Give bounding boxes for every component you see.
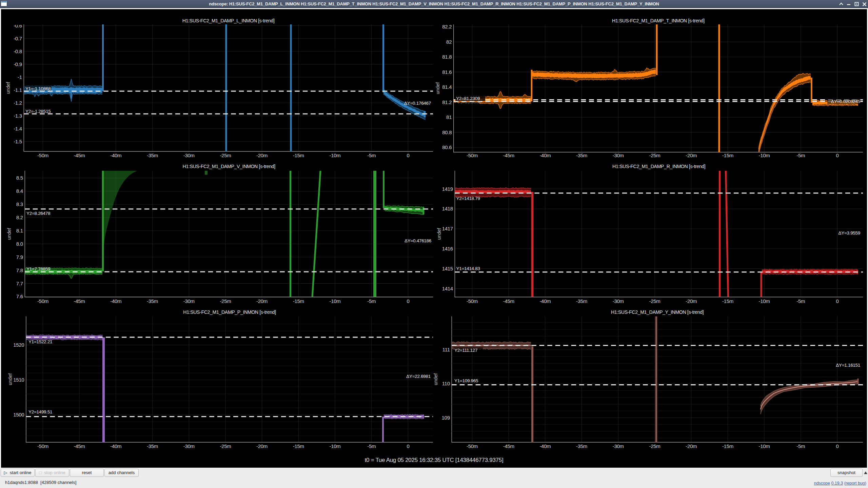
svg-text:undef: undef xyxy=(7,373,13,385)
svg-text:0: 0 xyxy=(407,298,409,304)
svg-text:-35m: -35m xyxy=(147,443,158,449)
svg-text:8.1: 8.1 xyxy=(16,228,23,233)
svg-text:1520: 1520 xyxy=(13,342,24,348)
svg-text:undef: undef xyxy=(5,82,11,94)
svg-text:Y1=1522.21: Y1=1522.21 xyxy=(28,339,52,344)
svg-text:-30m: -30m xyxy=(183,443,195,449)
svg-text:-1.2: -1.2 xyxy=(14,100,22,106)
svg-text:81.8: 81.8 xyxy=(442,54,452,60)
svg-text:-0.9: -0.9 xyxy=(14,61,22,67)
svg-text:Y2=1499.51: Y2=1499.51 xyxy=(28,409,52,414)
svg-text:-35m: -35m xyxy=(576,152,587,158)
svg-text:-35m: -35m xyxy=(576,298,587,304)
svg-text:H1:SUS-FC2_M1_DAMP_R_INMON [s-: H1:SUS-FC2_M1_DAMP_R_INMON [s-trend] xyxy=(612,164,705,169)
svg-text:-15m: -15m xyxy=(722,443,733,449)
svg-text:-1.1: -1.1 xyxy=(14,87,22,93)
svg-text:8.2: 8.2 xyxy=(16,215,23,220)
svg-text:-0.6: -0.6 xyxy=(14,23,22,28)
svg-text:-1.5: -1.5 xyxy=(14,139,22,144)
svg-text:-1.4: -1.4 xyxy=(14,126,22,131)
svg-text:-25m: -25m xyxy=(649,443,660,449)
svg-text:undef: undef xyxy=(435,82,440,94)
svg-text:ΔY=1.16151: ΔY=1.16151 xyxy=(836,363,860,368)
svg-text:H1:SUS-FC2_M1_DAMP_L_INMON [s-: H1:SUS-FC2_M1_DAMP_L_INMON [s-trend] xyxy=(182,18,275,23)
svg-text:8.4: 8.4 xyxy=(16,188,23,194)
svg-text:-25m: -25m xyxy=(649,298,660,304)
svg-text:81.2: 81.2 xyxy=(442,99,452,105)
svg-text:109: 109 xyxy=(442,415,450,421)
svg-text:Y2=-1.28515: Y2=-1.28515 xyxy=(25,109,51,114)
svg-text:-30m: -30m xyxy=(613,152,624,158)
svg-text:-25m: -25m xyxy=(220,152,231,158)
svg-text:-40m: -40m xyxy=(539,152,551,158)
svg-text:7.6: 7.6 xyxy=(16,293,23,299)
svg-text:80.6: 80.6 xyxy=(442,144,452,150)
svg-text:7.9: 7.9 xyxy=(16,254,23,260)
svg-text:-40m: -40m xyxy=(539,443,551,449)
svg-text:H1:SUS-FC2_M1_DAMP_Y_INMON [s-: H1:SUS-FC2_M1_DAMP_Y_INMON [s-trend] xyxy=(611,309,704,315)
svg-text:undef: undef xyxy=(436,228,442,240)
svg-text:1510: 1510 xyxy=(13,377,24,383)
svg-text:-15m: -15m xyxy=(293,298,304,304)
svg-text:-20m: -20m xyxy=(686,152,697,158)
svg-text:-35m: -35m xyxy=(147,152,158,158)
svg-text:82.2: 82.2 xyxy=(442,24,452,29)
svg-text:111: 111 xyxy=(442,347,450,352)
svg-text:Y2=1418.79: Y2=1418.79 xyxy=(456,196,480,201)
svg-text:-15m: -15m xyxy=(293,152,304,158)
svg-text:-5m: -5m xyxy=(796,298,805,304)
svg-text:80.8: 80.8 xyxy=(442,129,452,135)
svg-text:-50m: -50m xyxy=(467,298,478,304)
svg-text:-0.7: -0.7 xyxy=(14,36,22,41)
svg-text:-5m: -5m xyxy=(796,443,805,449)
svg-text:Y2=81.2309: Y2=81.2309 xyxy=(456,96,480,101)
svg-text:1416: 1416 xyxy=(442,246,453,251)
svg-text:1417: 1417 xyxy=(442,226,453,231)
svg-text:-30m: -30m xyxy=(183,298,195,304)
svg-text:-35m: -35m xyxy=(576,443,587,449)
svg-text:ΔY=0.0209245: ΔY=0.0209245 xyxy=(831,99,860,104)
svg-text:8.3: 8.3 xyxy=(16,201,23,207)
svg-text:-45m: -45m xyxy=(503,298,514,304)
svg-text:undef: undef xyxy=(6,228,12,240)
svg-text:1419: 1419 xyxy=(442,186,453,192)
svg-text:8.5: 8.5 xyxy=(16,175,23,181)
svg-text:8.0: 8.0 xyxy=(16,241,23,247)
svg-text:-1: -1 xyxy=(18,74,22,80)
svg-text:-40m: -40m xyxy=(110,443,121,449)
svg-text:0: 0 xyxy=(407,443,409,449)
svg-text:Y1=109.965: Y1=109.965 xyxy=(454,378,478,383)
svg-text:-15m: -15m xyxy=(722,298,733,304)
svg-text:-45m: -45m xyxy=(74,443,85,449)
svg-text:-50m: -50m xyxy=(37,443,48,449)
svg-text:Y2=111.127: Y2=111.127 xyxy=(454,348,477,353)
svg-text:-20m: -20m xyxy=(256,443,268,449)
svg-text:-45m: -45m xyxy=(503,443,514,449)
svg-text:ΔY=22.6981: ΔY=22.6981 xyxy=(406,374,431,379)
svg-text:-40m: -40m xyxy=(110,298,121,304)
svg-text:-40m: -40m xyxy=(110,152,121,158)
svg-text:-20m: -20m xyxy=(256,298,268,304)
svg-text:-45m: -45m xyxy=(503,152,514,158)
svg-text:-10m: -10m xyxy=(759,443,770,449)
svg-text:1414: 1414 xyxy=(442,286,453,291)
svg-text:0: 0 xyxy=(836,443,839,449)
svg-text:Y1=1414.83: Y1=1414.83 xyxy=(456,266,480,271)
svg-text:-50m: -50m xyxy=(37,152,48,158)
svg-text:H1:SUS-FC2_M1_DAMP_P_INMON [s-: H1:SUS-FC2_M1_DAMP_P_INMON [s-trend] xyxy=(183,309,276,315)
svg-text:-10m: -10m xyxy=(330,443,341,449)
svg-text:-25m: -25m xyxy=(220,443,231,449)
svg-text:-5m: -5m xyxy=(367,298,376,304)
svg-text:undef: undef xyxy=(433,373,438,385)
svg-text:-1.3: -1.3 xyxy=(14,113,22,119)
svg-text:ΔY=0.176467: ΔY=0.176467 xyxy=(404,101,431,106)
svg-text:1418: 1418 xyxy=(442,206,453,211)
svg-text:-10m: -10m xyxy=(330,298,341,304)
svg-text:Y1=7.78859: Y1=7.78859 xyxy=(26,266,50,271)
svg-text:0: 0 xyxy=(836,152,839,158)
svg-text:-5m: -5m xyxy=(367,443,376,449)
svg-text:81.6: 81.6 xyxy=(442,69,452,75)
svg-text:81: 81 xyxy=(446,114,452,120)
svg-text:-20m: -20m xyxy=(686,443,697,449)
svg-text:-20m: -20m xyxy=(686,298,697,304)
